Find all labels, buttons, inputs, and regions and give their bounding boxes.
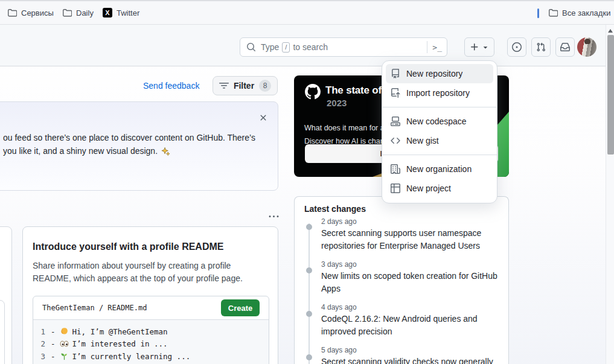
readme-card-title: Introduce yourself with a profile README bbox=[33, 241, 268, 252]
issues-button[interactable] bbox=[507, 37, 526, 57]
seedling-emoji bbox=[60, 352, 69, 361]
notice-line2: you like it, and a shiny new visual desi… bbox=[3, 144, 158, 158]
changelog-date: 3 days ago bbox=[321, 259, 500, 270]
create-new-dropdown: New repository Import repository New cod… bbox=[382, 60, 497, 203]
menu-item-new-organization[interactable]: New organization bbox=[386, 159, 493, 179]
bookmark-folder-daily[interactable]: Daily bbox=[62, 8, 94, 18]
command-palette-icon[interactable]: >_ bbox=[432, 43, 442, 52]
create-button[interactable]: Create bbox=[221, 299, 260, 316]
readme-file-path: TheGentIeman / README.md bbox=[42, 304, 147, 312]
menu-item-label: New repository bbox=[406, 69, 462, 78]
latest-changes-card: Latest changes 2 days ago Secret scannin… bbox=[294, 196, 509, 364]
menu-divider bbox=[382, 155, 497, 155]
bookmark-twitter[interactable]: X Twitter bbox=[103, 8, 139, 18]
scrollbar[interactable] bbox=[606, 25, 614, 364]
bookmark-label: Daily bbox=[76, 8, 94, 18]
changelog-entry: 5 days ago Secret scanning validity chec… bbox=[321, 345, 500, 364]
changelog-entry: 2 days ago Secret scanning supports user… bbox=[321, 216, 500, 252]
changelog-date: 4 days ago bbox=[321, 302, 500, 313]
folder-icon bbox=[7, 8, 17, 18]
search-input[interactable]: Type / to search >_ bbox=[240, 37, 447, 57]
timeline-line bbox=[309, 223, 310, 364]
repo-push-icon bbox=[391, 88, 400, 98]
inbox-icon bbox=[560, 42, 570, 52]
inbox-button[interactable] bbox=[555, 37, 575, 57]
menu-divider bbox=[382, 107, 497, 107]
scrollbar-up-arrow[interactable] bbox=[608, 29, 613, 33]
wave-emoji bbox=[60, 327, 69, 336]
folder-icon bbox=[548, 8, 558, 18]
github-logo bbox=[305, 84, 321, 100]
close-icon[interactable] bbox=[258, 113, 268, 123]
changelog-entry: 4 days ago CodeQL 2.16.2: New Android qu… bbox=[321, 302, 500, 338]
code-line: 2 - I’m interested in ... bbox=[39, 338, 269, 351]
sparkles-emoji bbox=[161, 147, 170, 156]
bullet: - bbox=[51, 352, 56, 361]
slash-key-hint: / bbox=[282, 42, 290, 53]
timeline-dot bbox=[306, 311, 312, 317]
line-number: 2 bbox=[39, 339, 45, 348]
readme-editor: TheGentIeman / README.md Create 1 - Hi, … bbox=[33, 296, 269, 364]
bookmark-label: Сервисы bbox=[21, 8, 54, 18]
profile-readme-card: Introduce yourself with a profile README… bbox=[22, 226, 278, 364]
bookmark-drop-indicator bbox=[537, 8, 539, 18]
code-icon bbox=[391, 136, 400, 145]
changelog-date: 2 days ago bbox=[321, 216, 500, 227]
avatar[interactable] bbox=[577, 37, 596, 57]
github-dashboard-screen: Сервисы Daily X Twitter Все закладки Typ… bbox=[0, 0, 614, 364]
bullet: - bbox=[51, 339, 56, 348]
readme-code-area[interactable]: 1 - Hi, I’m @TheGentIeman 2 - I’m intere… bbox=[33, 320, 269, 364]
readme-card-body: Share information about yourself by crea… bbox=[33, 260, 269, 285]
bookmark-folder-all-bookmarks[interactable]: Все закладки bbox=[548, 8, 610, 18]
menu-item-new-gist[interactable]: New gist bbox=[386, 131, 493, 150]
filter-icon bbox=[219, 81, 229, 91]
menu-item-label: New project bbox=[406, 184, 451, 193]
organization-icon bbox=[391, 164, 400, 174]
filter-count-badge: 8 bbox=[259, 80, 271, 92]
project-table-icon bbox=[391, 184, 400, 193]
browser-bookmarks-bar: Сервисы Daily X Twitter Все закладки bbox=[0, 0, 614, 25]
changelog-link[interactable]: Secret scanning supports user namespace … bbox=[321, 227, 500, 252]
code-line: 1 - Hi, I’m @TheGentIeman bbox=[39, 325, 269, 338]
filter-label: Filter bbox=[234, 81, 254, 91]
bookmark-label: Все закладки bbox=[562, 8, 610, 18]
eyes-emoji bbox=[60, 339, 69, 348]
changelog-date: 5 days ago bbox=[321, 345, 500, 356]
notice-line1: ou feed so there’s one place to discover… bbox=[3, 131, 255, 144]
create-new-button[interactable] bbox=[464, 37, 494, 57]
code-text: I’m interested in ... bbox=[72, 339, 168, 348]
changelog-link[interactable]: New limits on scoped token creation for … bbox=[321, 270, 500, 295]
search-divider bbox=[427, 41, 427, 53]
menu-item-new-codespace[interactable]: New codespace bbox=[386, 112, 493, 131]
scrollbar-thumb[interactable] bbox=[607, 35, 614, 155]
menu-item-label: New gist bbox=[406, 136, 439, 145]
plus-icon bbox=[470, 42, 479, 52]
git-pull-request-icon bbox=[536, 42, 546, 52]
folder-icon bbox=[62, 8, 72, 18]
bookmark-folder-services[interactable]: Сервисы bbox=[7, 8, 54, 18]
changelog-entry: 3 days ago New limits on scoped token cr… bbox=[321, 259, 500, 295]
menu-item-new-project[interactable]: New project bbox=[386, 179, 493, 198]
chevron-down-icon bbox=[481, 43, 490, 51]
issue-opened-icon bbox=[512, 42, 522, 52]
menu-item-new-repository[interactable]: New repository bbox=[386, 64, 493, 83]
feed-announcement-card: ou feed so there’s one place to discover… bbox=[0, 101, 278, 191]
twitter-x-icon: X bbox=[103, 8, 112, 18]
changelog-link[interactable]: CodeQL 2.16.2: New Android queries and i… bbox=[321, 313, 500, 338]
menu-item-label: New codespace bbox=[406, 117, 467, 126]
banner-year: 2023 bbox=[327, 98, 347, 108]
github-header: Type / to search >_ bbox=[0, 25, 614, 66]
stacked-card-behind-2 bbox=[0, 300, 5, 364]
search-placeholder-prefix: Type bbox=[261, 42, 279, 52]
menu-item-label: New organization bbox=[406, 164, 472, 174]
send-feedback-link[interactable]: Send feedback bbox=[143, 81, 199, 91]
bullet: - bbox=[51, 327, 56, 336]
filter-button[interactable]: Filter 8 bbox=[213, 76, 278, 95]
pull-requests-button[interactable] bbox=[531, 37, 551, 57]
kebab-menu-icon[interactable] bbox=[269, 212, 279, 222]
changelog-link[interactable]: Secret scanning validity checks now gene… bbox=[321, 356, 500, 364]
code-text: I’m currently learning ... bbox=[72, 352, 191, 361]
menu-item-import-repository[interactable]: Import repository bbox=[386, 83, 493, 103]
bookmark-label: Twitter bbox=[117, 8, 139, 18]
search-icon bbox=[246, 42, 256, 52]
